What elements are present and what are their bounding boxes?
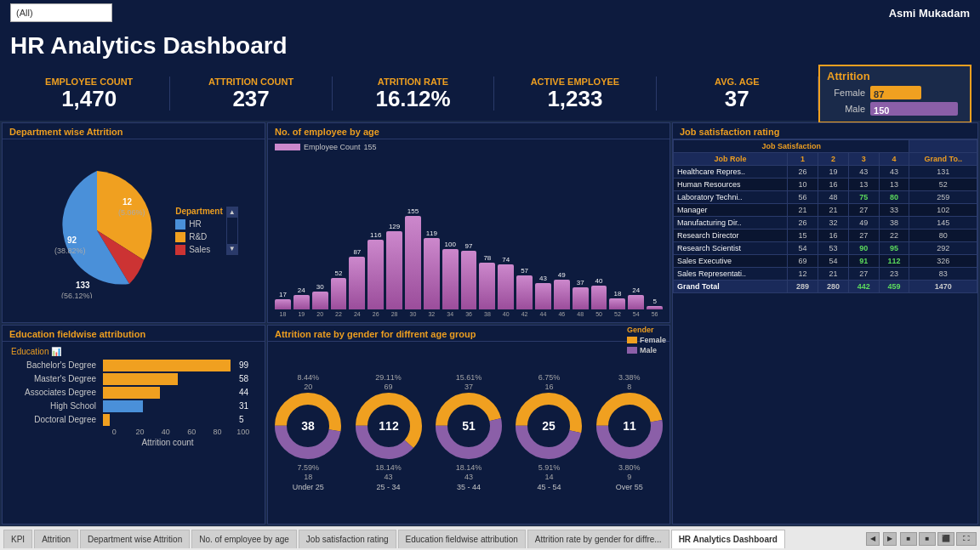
edu-bar-count: 58	[239, 374, 256, 383]
edu-x-axis: 020406080100	[101, 428, 256, 436]
tab-prev-btn[interactable]: ◀	[866, 532, 880, 546]
all-filter-select[interactable]: (All)	[10, 3, 112, 22]
hr-swatch	[175, 219, 185, 230]
job-panel: Job satisfaction rating Job Satisfaction…	[672, 122, 978, 524]
scroll-down-btn[interactable]: ▼	[227, 244, 237, 254]
donut-svg: 38	[274, 392, 342, 460]
age-bar-label: 19	[298, 311, 305, 317]
tab-item[interactable]: Education fieldwise attribution	[398, 530, 526, 548]
age-bar-count: 24	[632, 286, 640, 294]
kpi-value-3: 1,233	[494, 87, 655, 111]
age-bar-rect	[554, 280, 570, 309]
age-bar-label: 46	[558, 311, 565, 317]
kpi-active-employee: Active Employee 1,233	[494, 77, 656, 111]
age-bar-rect	[516, 275, 533, 309]
age-bar-col: 24 54	[628, 286, 644, 317]
male-gender-swatch	[627, 347, 637, 354]
age-bar-label: 44	[540, 311, 547, 317]
job-c3-cell: 49	[848, 217, 879, 230]
tab-item[interactable]: Attrition	[34, 530, 78, 548]
x-axis-tick: 40	[153, 428, 179, 436]
x-axis-tick: 60	[179, 428, 204, 436]
edu-bar-label: Associates Degree	[11, 388, 96, 397]
view-btn-2[interactable]: ■	[919, 532, 936, 546]
age-bar-label: 30	[410, 311, 417, 317]
job-c1-cell: 26	[788, 217, 818, 230]
donut-svg-wrap: 38	[274, 392, 342, 463]
sales-swatch	[175, 245, 185, 255]
edu-bars-container: Bachelor's Degree 99 Master's Degree 58 …	[11, 360, 256, 426]
age-bar-col: 40 50	[591, 277, 607, 317]
donut-female-pct: 3.38%8	[618, 373, 641, 392]
donut-group: 3.38%8 11 3.80%9 Over 55	[593, 373, 666, 491]
tab-next-btn[interactable]: ▶	[883, 532, 897, 546]
svg-text:(56.12%): (56.12%)	[61, 292, 93, 298]
donut-female-pct: 29.11%69	[375, 373, 402, 392]
scroll-up-btn[interactable]: ▲	[227, 207, 237, 218]
dept-legend: Department HR R&D Sales	[175, 207, 223, 255]
col-3: 3	[848, 153, 879, 166]
male-gender-legend: Male	[627, 346, 666, 354]
age-bar-label: 42	[521, 311, 528, 317]
age-bar-rect	[479, 263, 495, 309]
tab-item[interactable]: Job satisfaction rating	[299, 530, 396, 548]
job-table-body: Healthcare Repres.. 26 19 43 43 131 Huma…	[674, 166, 977, 293]
donut-svg: 51	[435, 392, 503, 460]
view-btn-3[interactable]: ⬛	[937, 532, 954, 546]
kpi-attrition-count: Attrition count 237	[170, 77, 332, 111]
job-role-cell: Grand Total	[674, 281, 788, 293]
gender-donut-title: Attrition rate by gender for diffrent ag…	[268, 326, 669, 342]
col-role: Job Role	[674, 153, 788, 166]
job-role-cell: Research Director	[674, 230, 788, 242]
donut-total: 38	[301, 419, 315, 433]
edu-title: Education fieldwise attribution	[3, 326, 265, 342]
dept-panel: Department wise Attrition 92 (38.82%) 12…	[2, 122, 265, 323]
edu-bar-row: Bachelor's Degree 99	[11, 360, 256, 371]
table-row: Research Director 15 16 27 22 80	[674, 230, 977, 242]
job-c3-cell: 27	[848, 230, 879, 242]
job-c4-cell: 22	[879, 230, 909, 242]
job-c3-cell: 13	[848, 179, 879, 191]
age-bar-count: 49	[558, 271, 566, 279]
age-bar-rect	[442, 249, 459, 309]
job-c3-cell: 90	[848, 242, 879, 255]
legend-rnd: R&D	[175, 232, 223, 242]
donut-svg-wrap: 112	[355, 392, 423, 463]
kpi-label-3: Active Employee	[494, 77, 655, 87]
x-axis-tick: 100	[231, 428, 256, 436]
job-c4-cell: 459	[879, 281, 909, 293]
tab-item[interactable]: No. of employee by age	[191, 530, 297, 548]
age-bar-count: 74	[502, 256, 510, 264]
age-bar-rect	[386, 231, 402, 309]
age-bar-label: 26	[373, 311, 379, 317]
tab-item[interactable]: Attrition rate by gender for diffre...	[527, 530, 669, 548]
tab-item[interactable]: KPI	[3, 530, 32, 548]
age-bar-col: 100 34	[442, 241, 459, 317]
attrition-legend-title: Attrition	[827, 70, 963, 82]
age-bar-rect	[424, 238, 440, 309]
edu-bar-label: Master's Degree	[11, 374, 96, 383]
job-total-cell: 131	[909, 166, 977, 179]
age-bar-col: 116 26	[368, 231, 384, 317]
tab-item[interactable]: Department wise Attrition	[80, 530, 190, 548]
tab-item[interactable]: HR Analytics Dashboard	[671, 530, 785, 548]
age-bar-rect	[312, 292, 328, 309]
kpi-bar: Employee Count 1,470 Attrition count 237…	[0, 66, 980, 121]
job-c2-cell: 16	[818, 230, 849, 242]
kpi-value-2: 16.12%	[333, 87, 493, 111]
view-btn-1[interactable]: ■	[900, 532, 917, 546]
age-legend-label: Employee Count	[304, 143, 361, 151]
pie-scrollbar[interactable]: ▲ ▼	[226, 207, 238, 255]
age-bar-count: 17	[279, 291, 287, 298]
left-column: Department wise Attrition 92 (38.82%) 12…	[2, 122, 265, 524]
age-bar-col: 52 22	[331, 269, 347, 317]
job-c3-cell: 27	[848, 268, 879, 281]
donut-group: 29.11%69 112 18.14%43 25 - 34	[351, 373, 424, 491]
sales-label: Sales	[189, 245, 210, 254]
age-bar-rect	[349, 257, 365, 309]
donut-age-label: Under 25	[293, 483, 324, 491]
fit-btn[interactable]: ⛶	[956, 532, 977, 546]
dept-legend-wrap: Department HR R&D Sales	[175, 207, 238, 255]
job-total-cell: 259	[909, 191, 977, 204]
kpi-avg-age: Avg. Age 37	[657, 77, 818, 111]
